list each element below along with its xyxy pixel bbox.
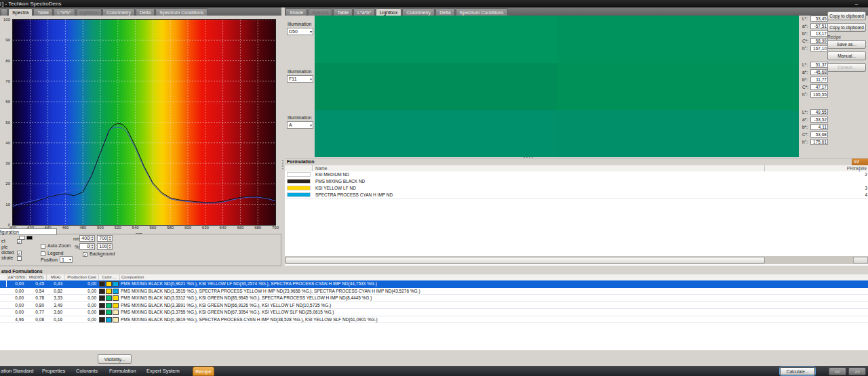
menu-item-properties[interactable]: Properties	[42, 366, 65, 376]
spectrum-curves	[13, 20, 275, 225]
copy-to-clipboard-button-1[interactable]: Copy to clipboard	[827, 12, 866, 20]
formulation-row[interactable]: SPECTRA PROCESS CYAN H IMP ND 4	[285, 192, 868, 199]
chevron-down-icon: ▾	[310, 122, 312, 129]
formulation-panel: Formulation Inf Name PRInk[We KSI MEDIUM…	[285, 158, 868, 266]
copy-to-clipboard-button-2[interactable]: Copy to clipboard	[827, 23, 866, 32]
target-patch-a	[315, 110, 557, 157]
result-row[interactable]: 0,00 0,80 3,49 0,00 PMS MIXING BLACK ND(…	[0, 302, 868, 310]
menu-item-colorants[interactable]: Colorants	[76, 366, 98, 376]
scrollbar-end-box[interactable]	[853, 257, 868, 264]
auto-zoom-label: Auto Zoom	[47, 243, 71, 248]
sample-color-swatch[interactable]	[26, 236, 33, 240]
tab-stub[interactable]	[1, 8, 7, 16]
col-composition[interactable]: Composition	[119, 274, 323, 280]
swatch	[99, 310, 105, 315]
tab-table-right[interactable]: Table	[333, 8, 353, 16]
swatch	[113, 303, 119, 308]
vertical-splitter[interactable]	[282, 160, 283, 161]
lab-value: 53,45	[810, 16, 828, 22]
tab-lightbox-right[interactable]: Lightbox	[376, 8, 401, 16]
col-mi-a[interactable]: MI(A)	[46, 274, 64, 280]
illuminant-dropdown-1[interactable]: D50 ▾	[287, 28, 313, 35]
substrate-checkbox[interactable]	[17, 256, 22, 261]
target-checkbox[interactable]	[17, 239, 22, 244]
scrollbar-thumb[interactable]	[285, 257, 765, 264]
tab-lightbox: Lightbox	[76, 8, 102, 16]
lab-value: 165,55	[810, 91, 828, 98]
spectra-panel: Spectra Table L*a*b* Lightbox Colorimetr…	[0, 7, 281, 266]
title-bar: ] - Techkon SpectroDens –	[0, 0, 868, 7]
result-row[interactable]: 4,96 0,08 0,16 0,00 PMS MIXING BLACK ND(…	[0, 316, 868, 324]
menu-item-ation[interactable]: ation	[1, 366, 12, 376]
spinner-arrows-icon[interactable]: ▴▾	[90, 236, 94, 241]
row-selector[interactable]	[0, 280, 7, 287]
swatch	[106, 303, 112, 308]
menu-item-expert-system[interactable]: Expert System	[146, 366, 180, 376]
col-de[interactable]: ΔE*(D50)	[7, 274, 26, 280]
result-row[interactable]: 0,00 0,77 3,60 0,00 PMS MIXING BLACK ND(…	[0, 309, 868, 316]
lab-value: 175,61	[810, 139, 828, 145]
swatch	[113, 281, 119, 287]
swatch	[113, 295, 119, 301]
target-patch-f11	[315, 63, 557, 110]
menu-item-formulation[interactable]: Formulation	[109, 366, 136, 376]
col-mi-d65[interactable]: MI(D65)	[26, 274, 46, 280]
lab-value: 53,68	[810, 131, 828, 138]
configuration-name-box[interactable]: figuration	[0, 228, 57, 235]
name-column-header[interactable]: Name	[315, 165, 327, 171]
col-production-cost[interactable]: Production Cost	[64, 274, 98, 280]
spinner-arrows-icon[interactable]: ▴▾	[90, 244, 94, 249]
colorant-swatch	[287, 179, 311, 184]
illumination-label-2: Illumination	[288, 69, 311, 74]
background-label: Background	[90, 251, 115, 256]
lightbox-view: Illumination D50 ▾ Illumination F11 ▾ Il…	[285, 16, 868, 157]
predicted-checkbox[interactable]	[17, 251, 22, 255]
illuminant-dropdown-3[interactable]: A ▾	[287, 121, 313, 129]
weight-column-header[interactable]: PRInk[We	[766, 165, 867, 171]
result-row-selected[interactable]: 0,00 0,45 0,43 0,00 PMS MIXING BLACK ND(…	[0, 280, 868, 288]
calculate-button[interactable]: Calculate...	[780, 367, 815, 375]
predicted-label: dicted	[1, 250, 14, 255]
tab-spectra[interactable]: Spectra	[8, 8, 33, 16]
tab-spectrum-conditions[interactable]: Spectrum Conditions	[155, 8, 208, 16]
nm-to-spinner[interactable]: 700 ▴▾	[97, 235, 113, 242]
pct-from-spinner[interactable]: 0 ▴▾	[79, 243, 95, 250]
lab-value: 4,11	[810, 124, 828, 130]
spinner-arrows-icon[interactable]: ▴▾	[107, 244, 112, 249]
legend-checkbox[interactable]	[41, 251, 45, 256]
illumination-label-1: Illumination	[288, 22, 311, 26]
tab-colorimetry[interactable]: Colorimetry	[102, 8, 135, 16]
tab-lab[interactable]: L*a*b*	[54, 8, 75, 16]
tab-lab-right[interactable]: L*a*b*	[353, 8, 375, 16]
bottom-strip: Visibility...	[0, 350, 868, 367]
next-button[interactable]: >>	[848, 367, 866, 375]
tab-colorimetry-right[interactable]: Colorimetry	[402, 8, 435, 16]
illuminant-dropdown-2[interactable]: F11 ▾	[287, 75, 313, 83]
tab-delta-right[interactable]: Delta	[435, 8, 454, 16]
tab-spectrum-conditions-right[interactable]: Spectrum Conditions	[456, 8, 508, 16]
previous-button[interactable]: <<	[829, 367, 846, 375]
result-row[interactable]: 0,00 0,78 3,33 0,00 PMS MIXING BLACK ND(…	[0, 295, 868, 302]
position-dropdown[interactable]: 1 ▾	[60, 256, 73, 263]
visibility-button[interactable]: Visibility...	[98, 354, 132, 364]
nm-from-spinner[interactable]: 400 ▴▾	[79, 235, 95, 242]
bottom-menu-bar: ation Standard Properties Colorants Form…	[0, 366, 868, 376]
background-checkbox[interactable]	[83, 252, 87, 257]
result-row[interactable]: 0,00 0,54 0,82 0,00 PMS MIXING BLACK ND(…	[0, 288, 868, 295]
manual-button[interactable]: Manual...	[827, 51, 866, 60]
tab-shade[interactable]: Shade	[285, 8, 307, 16]
menu-item-standard[interactable]: Standard	[13, 366, 33, 376]
info-badge[interactable]: Inf	[852, 159, 868, 165]
tab-spectra-right: Spectra	[308, 8, 332, 16]
save-as-button[interactable]: Save as...	[827, 40, 866, 49]
tab-table[interactable]: Table	[33, 8, 53, 16]
minimize-icon[interactable]: –	[852, 0, 861, 7]
recipe-group-label: Recipe	[827, 35, 841, 39]
pct-to-spinner[interactable]: 100 ▴▾	[97, 243, 113, 250]
menu-item-recipe-active[interactable]: Recipe	[193, 367, 214, 376]
tab-delta[interactable]: Delta	[136, 8, 155, 16]
correct-button: Correct...	[827, 63, 866, 72]
spinner-arrows-icon[interactable]: ▴▾	[107, 236, 112, 241]
auto-zoom-checkbox[interactable]	[41, 244, 45, 249]
col-color[interactable]: Color ...	[98, 274, 119, 280]
